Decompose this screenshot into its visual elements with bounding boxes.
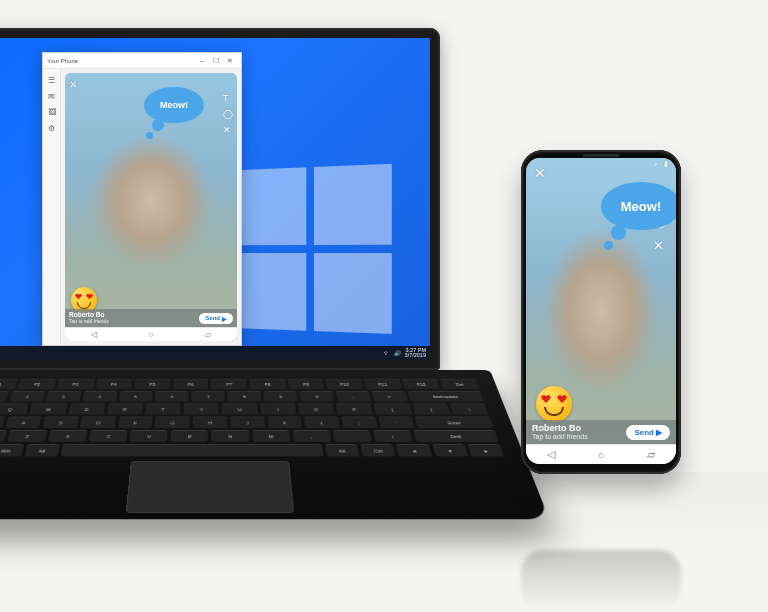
key-shift[interactable]: Shift [413, 430, 499, 442]
key-f3[interactable]: F3 [57, 379, 94, 389]
sidebar-messages-icon[interactable]: ✉ [47, 91, 57, 101]
window-titlebar[interactable]: Your Phone – ☐ ✕ [43, 53, 241, 69]
nav-back-button[interactable]: ◁ [91, 330, 97, 339]
key-▼[interactable]: ▼ [432, 444, 468, 456]
key-s[interactable]: S [43, 417, 79, 428]
key-=[interactable]: = [372, 391, 408, 402]
key-j[interactable]: J [230, 417, 265, 428]
key-e[interactable]: E [68, 404, 105, 415]
key-h[interactable]: H [193, 417, 227, 428]
system-tray[interactable]: ᯤ 🔊 3:27 PM 3/7/2019 [384, 348, 426, 359]
key-a[interactable]: A [5, 417, 42, 428]
key-z[interactable]: Z [7, 430, 47, 442]
key-f12[interactable]: F12 [402, 379, 440, 389]
window-maximize-button[interactable]: ☐ [209, 57, 223, 65]
key-f9[interactable]: F9 [288, 379, 325, 389]
key-win[interactable]: Win [0, 444, 24, 456]
window-minimize-button[interactable]: – [195, 57, 209, 64]
smartphone-screen[interactable]: ᯤ ▮ ✕ T ◯ ✕ Meow! Roberto Bo Tap to add … [526, 158, 676, 464]
send-button[interactable]: Send▶ [626, 425, 670, 440]
volume-icon[interactable]: 🔊 [394, 350, 401, 356]
nav-home-button[interactable]: ○ [149, 330, 154, 339]
your-phone-window[interactable]: Your Phone – ☐ ✕ ☰ ✉ 🖼 ⚙ [42, 52, 242, 346]
key-7[interactable]: 7 [192, 391, 225, 402]
key-enter[interactable]: Enter [415, 417, 494, 428]
nav-back-button[interactable]: ◁ [547, 448, 555, 461]
key-v[interactable]: V [130, 430, 168, 442]
key-,[interactable]: , [292, 430, 331, 442]
key-y[interactable]: Y [184, 404, 219, 415]
key-caps[interactable]: Caps [0, 417, 5, 428]
key-f5[interactable]: F5 [134, 379, 170, 389]
mirrored-phone-screen[interactable]: ✕ T ◯ ✕ Meow! [65, 73, 237, 341]
key-n[interactable]: N [212, 430, 250, 442]
laptop-keyboard[interactable]: EscF1F2F3F4F5F6F7F8F9F10F11F12Del `12345… [0, 370, 549, 519]
key-u[interactable]: U [222, 404, 258, 415]
key-[[interactable]: [ [374, 404, 412, 415]
key-shift[interactable]: Shift [0, 430, 7, 442]
key-x[interactable]: X [48, 430, 87, 442]
key-del[interactable]: Del [440, 379, 479, 389]
key-6[interactable]: 6 [155, 391, 189, 402]
text-tool-icon[interactable]: T [223, 93, 233, 103]
key-9[interactable]: 9 [264, 391, 298, 402]
key-][interactable]: ] [412, 404, 450, 415]
send-button[interactable]: Send▶ [199, 313, 233, 324]
key-f11[interactable]: F11 [364, 379, 402, 389]
trackpad[interactable] [126, 461, 294, 513]
sidebar-hamburger-icon[interactable]: ☰ [47, 75, 57, 85]
key-0[interactable]: 0 [300, 391, 335, 402]
key-backspace[interactable]: Backspace [407, 391, 483, 402]
key-t[interactable]: T [145, 404, 181, 415]
recipient-subtext[interactable]: Tap to add friends [69, 319, 199, 324]
key-alt[interactable]: Alt [325, 444, 360, 456]
key-\[interactable]: \ [450, 404, 489, 415]
wifi-icon[interactable]: ᯤ [384, 350, 390, 356]
key-c[interactable]: C [89, 430, 128, 442]
key-f6[interactable]: F6 [173, 379, 209, 389]
key-f4[interactable]: F4 [96, 379, 133, 389]
key-'[interactable]: ' [378, 417, 415, 428]
key-ctrl[interactable]: Ctrl [360, 444, 395, 456]
key-2[interactable]: 2 [9, 391, 45, 402]
photo-close-button[interactable]: ✕ [534, 165, 546, 181]
key-8[interactable]: 8 [228, 391, 262, 402]
key-f10[interactable]: F10 [326, 379, 363, 389]
key-i[interactable]: I [260, 404, 296, 415]
heart-eyes-emoji-sticker[interactable] [536, 386, 572, 422]
nav-home-button[interactable]: ○ [598, 449, 605, 461]
recipient-subtext[interactable]: Tap to add friends [532, 433, 626, 440]
windows-desktop[interactable]: Your Phone – ☐ ✕ ☰ ✉ 🖼 ⚙ [0, 38, 430, 360]
sidebar-settings-icon[interactable]: ⚙ [47, 123, 57, 133]
key-space[interactable] [61, 444, 324, 456]
key-m[interactable]: M [252, 430, 290, 442]
discard-tool-icon[interactable]: ✕ [653, 238, 668, 253]
photo-close-button[interactable]: ✕ [69, 79, 77, 90]
key-5[interactable]: 5 [119, 391, 153, 402]
key-r[interactable]: R [107, 404, 143, 415]
nav-recent-button[interactable]: ▱ [647, 448, 655, 461]
key-◄[interactable]: ◄ [396, 444, 432, 456]
key-w[interactable]: W [30, 404, 67, 415]
key-;[interactable]: ; [341, 417, 377, 428]
thought-bubble-sticker[interactable]: Meow! [601, 182, 676, 230]
key-g[interactable]: G [155, 417, 190, 428]
key-l[interactable]: L [304, 417, 340, 428]
key-o[interactable]: O [298, 404, 335, 415]
key-b[interactable]: B [171, 430, 209, 442]
key-f7[interactable]: F7 [212, 379, 248, 389]
discard-tool-icon[interactable]: ✕ [223, 125, 233, 135]
key--[interactable]: - [336, 391, 371, 402]
sidebar-photos-icon[interactable]: 🖼 [47, 107, 57, 117]
key-k[interactable]: K [267, 417, 302, 428]
key-f8[interactable]: F8 [250, 379, 286, 389]
key-f1[interactable]: F1 [0, 379, 18, 389]
key-►[interactable]: ► [467, 444, 504, 456]
key-/[interactable]: / [373, 430, 413, 442]
key-3[interactable]: 3 [46, 391, 81, 402]
key-1[interactable]: 1 [0, 391, 9, 402]
key-f[interactable]: F [118, 417, 153, 428]
nav-recent-button[interactable]: ▱ [205, 330, 211, 339]
key-.[interactable]: . [332, 430, 371, 442]
key-alt[interactable]: Alt [24, 444, 59, 456]
